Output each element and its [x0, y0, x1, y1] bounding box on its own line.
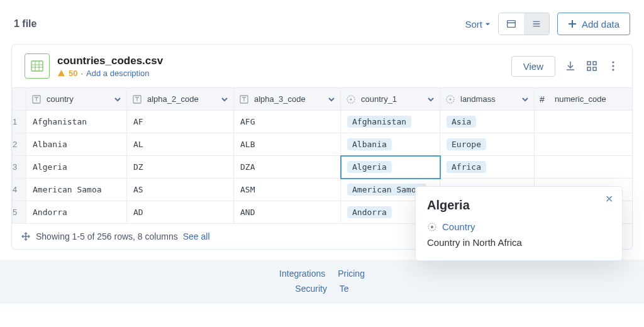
cell-country[interactable]: Afghanistan [26, 111, 127, 133]
cell-alpha-3[interactable]: ASM [234, 179, 341, 201]
table-header-row: country alpha_2_code alpha_3_code [13, 88, 633, 111]
text-type-icon [239, 94, 249, 104]
file-name: countries_codes.csv [57, 55, 163, 67]
cell-alpha-2[interactable]: AS [127, 179, 234, 201]
cell-alpha-2[interactable]: AF [127, 111, 234, 133]
table-row: 3AlgeriaDZDZAAlgeriaAfrica [13, 156, 633, 179]
pagination-text: Showing 1-5 of 256 rows, 8 columns [36, 231, 178, 241]
warning-icon [57, 69, 65, 77]
row-index: 3 [13, 156, 26, 179]
column-name: country_1 [361, 94, 397, 104]
chevron-down-icon [114, 96, 121, 103]
column-name: numeric_code [555, 94, 606, 104]
cell-alpha-3[interactable]: AFG [234, 111, 341, 133]
see-all-link[interactable]: See all [183, 231, 210, 241]
column-name: alpha_3_code [254, 94, 306, 104]
cell-alpha-3[interactable]: DZA [234, 156, 341, 179]
cell-country[interactable]: Algeria [26, 156, 127, 179]
file-count-label: 1 file [14, 18, 36, 30]
column-header-numeric[interactable]: # numeric_code [535, 88, 633, 111]
sort-dropdown[interactable]: Sort [465, 19, 491, 30]
svg-point-29 [431, 226, 433, 228]
footer-link-security[interactable]: Security [295, 284, 327, 294]
add-data-button[interactable]: Add data [557, 13, 630, 35]
column-header-alpha-3[interactable]: alpha_3_code [234, 88, 341, 111]
spreadsheet-icon [30, 58, 45, 74]
column-name: landmass [460, 94, 496, 104]
view-button[interactable]: View [511, 56, 555, 77]
cell-landmass[interactable]: Africa [440, 156, 535, 179]
download-icon[interactable] [564, 60, 577, 72]
cell-country[interactable]: Andorra [26, 201, 127, 224]
svg-point-25 [350, 98, 352, 100]
chevron-down-icon [521, 96, 529, 103]
svg-point-19 [612, 65, 614, 67]
row-index-header [13, 88, 26, 111]
expand-icon[interactable] [21, 231, 31, 241]
cell-country[interactable]: Albania [26, 133, 127, 156]
svg-rect-15 [593, 62, 596, 65]
footer-link-pricing[interactable]: Pricing [338, 269, 365, 279]
popover-title: Algeria [427, 198, 611, 213]
column-header-landmass[interactable]: landmass [440, 88, 535, 111]
cell-country[interactable]: American Samoa [26, 179, 127, 201]
view-mode-card-button[interactable] [499, 13, 524, 35]
sort-label: Sort [465, 19, 482, 30]
cell-numeric[interactable] [535, 156, 633, 179]
svg-rect-16 [587, 67, 591, 70]
caret-down-icon [485, 21, 491, 27]
cell-alpha-2[interactable]: AD [127, 201, 234, 224]
cell-country-1[interactable]: Afghanistan [341, 111, 440, 133]
chevron-down-icon [328, 96, 335, 103]
popover-type-label: Country [442, 221, 475, 232]
svg-point-20 [612, 69, 614, 70]
footer-link-integrations[interactable]: Integrations [279, 269, 325, 279]
view-mode-toggle [498, 13, 550, 35]
text-type-icon [132, 94, 142, 104]
entity-type-icon [427, 222, 437, 232]
warning-count: 50 [69, 69, 77, 78]
cell-landmass[interactable]: Asia [440, 111, 535, 133]
row-index: 4 [13, 179, 26, 201]
more-menu-icon[interactable] [607, 60, 619, 72]
popover-type-link[interactable]: Country [427, 221, 611, 232]
view-mode-list-button[interactable] [524, 13, 549, 35]
cell-numeric[interactable] [535, 133, 633, 156]
footer-link-terms[interactable]: Te [340, 284, 349, 294]
column-header-country[interactable]: country [26, 88, 127, 111]
table-row: 2AlbaniaALALBAlbaniaEurope [13, 133, 633, 156]
cell-alpha-2[interactable]: AL [127, 133, 234, 156]
meta-separator: · [80, 69, 83, 78]
column-header-alpha-2[interactable]: alpha_2_code [127, 88, 234, 111]
number-type-icon: # [540, 94, 550, 104]
column-name: alpha_2_code [147, 94, 199, 104]
row-index: 2 [13, 133, 26, 156]
cell-numeric[interactable] [535, 111, 633, 133]
row-index: 5 [13, 201, 26, 224]
svg-rect-0 [508, 21, 516, 28]
cell-country-1[interactable]: Albania [341, 133, 440, 156]
svg-point-18 [612, 61, 614, 63]
text-type-icon [31, 94, 42, 104]
entity-type-icon [346, 94, 356, 104]
cell-country-1[interactable]: Algeria [341, 156, 440, 179]
file-type-icon [25, 53, 50, 79]
apps-grid-icon[interactable] [586, 60, 598, 72]
add-data-label: Add data [582, 19, 619, 30]
add-description-link[interactable]: Add a description [86, 69, 149, 78]
cell-alpha-2[interactable]: DZ [127, 156, 234, 179]
cell-landmass[interactable]: Europe [440, 133, 535, 156]
column-header-country-1[interactable]: country_1 [341, 88, 440, 111]
cell-alpha-3[interactable]: ALB [234, 133, 341, 156]
entity-type-icon [445, 94, 455, 104]
svg-rect-17 [593, 67, 596, 70]
cell-alpha-3[interactable]: AND [234, 201, 341, 224]
chevron-down-icon [221, 96, 228, 103]
layout-list-icon [531, 18, 542, 30]
popover-close-button[interactable]: ✕ [605, 194, 613, 204]
svg-rect-7 [31, 61, 43, 71]
table-row: 1AfghanistanAFAFGAfghanistanAsia [13, 111, 633, 133]
plus-icon [568, 19, 577, 28]
entity-popover: ✕ Algeria Country Country in North Afric… [415, 186, 623, 261]
chevron-down-icon [427, 96, 435, 103]
